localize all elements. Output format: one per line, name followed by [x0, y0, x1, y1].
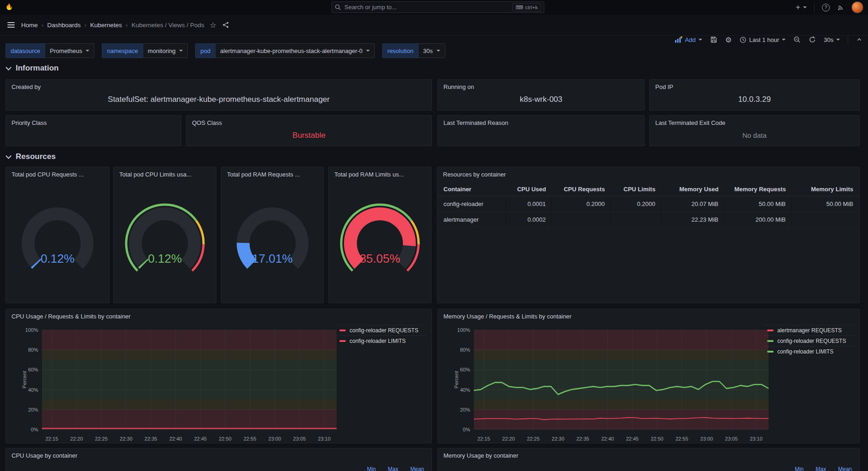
- legend-item[interactable]: config-reloader LIMITS: [336, 336, 427, 346]
- panel-title[interactable]: Last Terminated Exit Code: [650, 116, 859, 126]
- panel-resources-by-container: Resources by container ContainerCPU Used…: [437, 167, 860, 303]
- divider: [848, 35, 848, 44]
- table-column-header[interactable]: CPU Limits: [611, 183, 661, 196]
- panel-title[interactable]: Running on: [438, 80, 644, 90]
- legend-item[interactable]: config-reloader LIMITS: [763, 346, 855, 357]
- table-cell: 0.2000: [552, 196, 611, 212]
- panel-title[interactable]: Memory Usage / Requests & Limits by cont…: [438, 309, 859, 320]
- new-menu-button[interactable]: +: [796, 3, 807, 12]
- legend-header-max[interactable]: Max: [816, 466, 826, 471]
- resources-table: ContainerCPU UsedCPU RequestsCPU LimitsM…: [438, 183, 859, 228]
- divider: [814, 3, 815, 12]
- svg-text:23:05: 23:05: [293, 436, 306, 442]
- add-panel-button[interactable]: Add: [675, 36, 702, 43]
- zoom-out-icon[interactable]: [793, 36, 801, 43]
- table-column-header[interactable]: CPU Used: [505, 183, 552, 196]
- breadcrumb-kubernetes[interactable]: Kubernetes: [90, 22, 122, 29]
- legend-item[interactable]: alertmanager REQUESTS: [763, 325, 855, 336]
- panel-title[interactable]: CPU Usage / Requests & Limits by contain…: [6, 309, 431, 320]
- svg-text:22:15: 22:15: [478, 436, 490, 442]
- panel-title[interactable]: Total pod RAM Limits us...: [329, 167, 431, 178]
- panel-title[interactable]: Memory Usage by container: [438, 448, 859, 459]
- svg-text:80%: 80%: [28, 347, 38, 353]
- breadcrumb-home[interactable]: Home: [21, 22, 38, 29]
- memory-usage-chart: 0%20%40%60%80%100%22:1522:2022:2522:3022…: [453, 326, 775, 447]
- time-range-picker[interactable]: Last 1 hour: [740, 36, 786, 43]
- svg-text:22:25: 22:25: [527, 436, 540, 442]
- table-header-row: ContainerCPU UsedCPU RequestsCPU LimitsM…: [438, 183, 859, 196]
- search-input[interactable]: Search or jump to... ⌨ctrl+k: [332, 1, 544, 13]
- svg-text:22:40: 22:40: [169, 436, 182, 442]
- chevron-up-icon[interactable]: [856, 36, 862, 43]
- stat-value: No data: [742, 131, 767, 139]
- panel-gauge-cpu-limits: Total pod CPU Limits usa... 0.12%: [113, 167, 216, 303]
- news-rss-icon[interactable]: [837, 4, 844, 11]
- favorite-star-icon[interactable]: ☆: [210, 21, 216, 29]
- table-cell: alertmanager: [438, 212, 505, 228]
- panel-created-by: Created by StatefulSet: alertmanager-kub…: [6, 79, 432, 111]
- table-row: alertmanager0.000222.23 MiB200.00 MiB: [438, 212, 859, 228]
- svg-text:22:35: 22:35: [577, 436, 589, 442]
- legend-header-min[interactable]: Min: [367, 466, 376, 471]
- clock-icon: [740, 36, 746, 43]
- table-cell: 50.00 MiB: [724, 196, 791, 212]
- section-information[interactable]: Information: [6, 64, 59, 73]
- panel-title[interactable]: Total pod RAM Requests ...: [221, 167, 323, 178]
- user-avatar[interactable]: [851, 1, 863, 13]
- panel-title[interactable]: Pod IP: [650, 80, 859, 90]
- svg-text:22:55: 22:55: [244, 436, 256, 442]
- table-column-header[interactable]: Memory Used: [661, 183, 724, 196]
- chart-legend: config-reloader REQUESTSconfig-reloader …: [336, 325, 427, 346]
- legend-item[interactable]: config-reloader REQUESTS: [336, 325, 427, 336]
- svg-text:22:45: 22:45: [626, 436, 639, 442]
- legend-header-mean[interactable]: Mean: [410, 466, 424, 471]
- panel-title[interactable]: Resources by container: [437, 167, 859, 178]
- panel-title[interactable]: Last Terminated Reason: [438, 116, 644, 126]
- help-icon[interactable]: ?: [822, 4, 830, 12]
- dashboard-variables: datasource Prometheus namespace monitori…: [6, 43, 445, 58]
- svg-text:Percent: Percent: [22, 371, 27, 389]
- panel-title[interactable]: Total pod CPU Limits usa...: [114, 167, 216, 178]
- grafana-logo[interactable]: [4, 2, 14, 13]
- legend-header-min[interactable]: Min: [795, 466, 804, 471]
- save-dashboard-icon[interactable]: [710, 36, 717, 43]
- panel-title[interactable]: QOS Class: [186, 116, 431, 126]
- panel-title[interactable]: Total pod CPU Requests ...: [6, 167, 109, 178]
- panel-running-on: Running on k8s-wrk-003: [437, 79, 645, 111]
- dashboard-settings-icon[interactable]: ⚙: [725, 35, 732, 44]
- table-column-header[interactable]: Memory Limits: [792, 183, 859, 196]
- svg-text:22:15: 22:15: [46, 436, 58, 442]
- legend-item[interactable]: config-reloader REQUESTS: [763, 336, 855, 346]
- variable-select-pod[interactable]: alertmanager-kube-prometheus-stack-alert…: [216, 43, 375, 58]
- gauge-value: 0.12%: [12, 252, 104, 266]
- menu-toggle-icon[interactable]: [7, 21, 15, 29]
- table-cell: 50.00 MiB: [792, 196, 859, 212]
- table-column-header[interactable]: Memory Requests: [724, 183, 791, 196]
- legend-header-max[interactable]: Max: [388, 466, 398, 471]
- chevron-down-icon: [6, 153, 12, 159]
- variable-select-namespace[interactable]: monitoring: [143, 43, 188, 58]
- section-resources[interactable]: Resources: [6, 152, 56, 161]
- stat-value: StatefulSet: alertmanager-kube-prometheu…: [108, 95, 330, 104]
- table-row: config-reloader0.00010.20000.200020.07 M…: [438, 196, 859, 212]
- table-cell: 200.00 MiB: [724, 212, 791, 228]
- refresh-icon[interactable]: [809, 36, 816, 43]
- variable-select-resolution[interactable]: 30s: [419, 43, 445, 58]
- legend-header-mean[interactable]: Mean: [838, 466, 852, 471]
- legend-series-label: alertmanager REQUESTS: [777, 327, 842, 334]
- variable-select-datasource[interactable]: Prometheus: [45, 43, 94, 58]
- panel-pod-ip: Pod IP 10.0.3.29: [649, 79, 860, 111]
- breadcrumb-dashboards[interactable]: Dashboards: [47, 22, 81, 29]
- panel-priority-class: Priority Class: [6, 115, 181, 146]
- breadcrumb: Home › Dashboards › Kubernetes › Kuberne…: [21, 22, 204, 29]
- table-column-header[interactable]: CPU Requests: [552, 183, 611, 196]
- panel-title[interactable]: CPU Usage by container: [6, 448, 431, 459]
- table-column-header[interactable]: Container: [438, 183, 505, 196]
- share-icon[interactable]: [222, 21, 229, 29]
- panel-title[interactable]: Priority Class: [6, 116, 181, 126]
- legend-series-swatch: [767, 340, 774, 342]
- panel-cpu-usage-by-container: CPU Usage by container Min Max Mean: [6, 448, 432, 471]
- refresh-interval-picker[interactable]: 30s: [824, 36, 840, 43]
- svg-text:0%: 0%: [31, 427, 38, 432]
- panel-title[interactable]: Created by: [6, 80, 431, 90]
